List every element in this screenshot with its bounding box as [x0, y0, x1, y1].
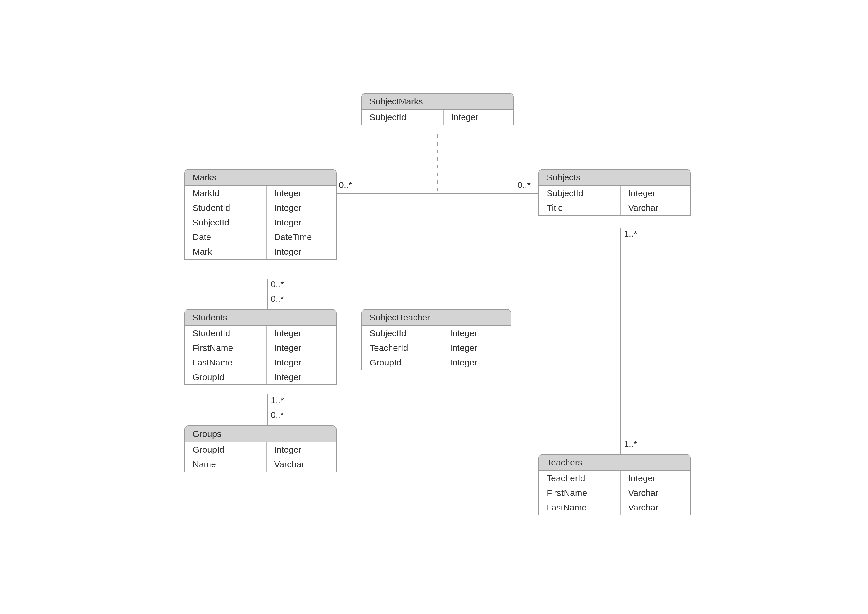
field-name: MarkId — [185, 186, 267, 201]
field-type: Integer — [267, 355, 336, 370]
entity-field-row: Date DateTime — [185, 230, 336, 245]
field-name: StudentId — [185, 326, 267, 341]
entity-title: Students — [185, 310, 336, 326]
cardinality-label: 1..* — [624, 229, 637, 239]
cardinality-label: 1..* — [624, 439, 637, 449]
field-name: Date — [185, 230, 267, 245]
entity-field-row: StudentId Integer — [185, 201, 336, 215]
field-type: Varchar — [621, 500, 690, 515]
cardinality-label: 0..* — [271, 279, 284, 289]
entity-field-row: GroupId Integer — [185, 370, 336, 385]
field-type: DateTime — [267, 230, 336, 245]
entity-field-row: SubjectId Integer — [362, 110, 513, 124]
entity-title: Teachers — [539, 455, 690, 471]
entity-field-row: LastName Integer — [185, 355, 336, 370]
field-type: Integer — [267, 442, 336, 457]
field-type: Integer — [267, 186, 336, 201]
entity-title: Marks — [185, 170, 336, 186]
entity-groups: Groups GroupId Integer Name Varchar — [184, 425, 336, 472]
entity-title: Subjects — [539, 170, 690, 186]
entity-teachers: Teachers TeacherId Integer FirstName Var… — [538, 454, 691, 515]
field-type: Integer — [442, 341, 511, 355]
field-type: Integer — [621, 186, 690, 201]
er-diagram-canvas: SubjectMarks SubjectId Integer Marks Mar… — [0, 0, 868, 614]
entity-field-row: TeacherId Integer — [539, 471, 690, 486]
field-type: Integer — [267, 215, 336, 230]
entity-subjectmarks: SubjectMarks SubjectId Integer — [361, 93, 513, 125]
entity-field-row: TeacherId Integer — [362, 341, 511, 355]
entity-title: Groups — [185, 426, 336, 442]
field-type: Varchar — [621, 486, 690, 500]
field-name: SubjectId — [539, 186, 621, 201]
field-type: Integer — [267, 370, 336, 385]
entity-students: Students StudentId Integer FirstName Int… — [184, 309, 336, 385]
field-name: Mark — [185, 245, 267, 259]
field-name: GroupId — [185, 370, 267, 385]
field-type: Integer — [621, 471, 690, 486]
entity-field-row: Title Varchar — [539, 201, 690, 215]
field-name: Title — [539, 201, 621, 215]
entity-field-row: Mark Integer — [185, 245, 336, 259]
field-type: Integer — [267, 201, 336, 215]
entity-field-row: Name Varchar — [185, 457, 336, 471]
cardinality-label: 1..* — [271, 395, 284, 405]
cardinality-label: 0..* — [271, 410, 284, 420]
field-name: SubjectId — [362, 110, 444, 124]
cardinality-label: 0..* — [339, 180, 352, 190]
field-type: Integer — [442, 355, 511, 370]
entity-marks: Marks MarkId Integer StudentId Integer S… — [184, 169, 336, 260]
entity-field-row: SubjectId Integer — [539, 186, 690, 201]
field-name: TeacherId — [362, 341, 442, 355]
entity-field-row: GroupId Integer — [185, 442, 336, 457]
entity-field-row: MarkId Integer — [185, 186, 336, 201]
field-type: Integer — [267, 341, 336, 355]
cardinality-label: 0..* — [517, 180, 530, 190]
connectors-layer — [0, 0, 868, 614]
field-name: FirstName — [185, 341, 267, 355]
field-name: FirstName — [539, 486, 621, 500]
field-name: SubjectId — [185, 215, 267, 230]
entity-field-row: GroupId Integer — [362, 355, 511, 370]
field-type: Varchar — [621, 201, 690, 215]
field-name: TeacherId — [539, 471, 621, 486]
field-name: GroupId — [185, 442, 267, 457]
entity-subjects: Subjects SubjectId Integer Title Varchar — [538, 169, 691, 216]
entity-field-row: FirstName Integer — [185, 341, 336, 355]
field-name: LastName — [539, 500, 621, 515]
entity-field-row: LastName Varchar — [539, 500, 690, 515]
field-type: Integer — [444, 110, 513, 124]
cardinality-label: 0..* — [271, 294, 284, 304]
entity-field-row: SubjectId Integer — [362, 326, 511, 341]
field-name: LastName — [185, 355, 267, 370]
field-name: SubjectId — [362, 326, 442, 341]
entity-field-row: FirstName Varchar — [539, 486, 690, 500]
field-type: Integer — [267, 245, 336, 259]
field-type: Varchar — [267, 457, 336, 471]
field-name: Name — [185, 457, 267, 471]
entity-title: SubjectTeacher — [362, 310, 511, 326]
entity-field-row: SubjectId Integer — [185, 215, 336, 230]
entity-field-row: StudentId Integer — [185, 326, 336, 341]
field-name: StudentId — [185, 201, 267, 215]
entity-subjectteacher: SubjectTeacher SubjectId Integer Teacher… — [361, 309, 511, 371]
field-name: GroupId — [362, 355, 442, 370]
entity-title: SubjectMarks — [362, 93, 513, 110]
field-type: Integer — [442, 326, 511, 341]
field-type: Integer — [267, 326, 336, 341]
